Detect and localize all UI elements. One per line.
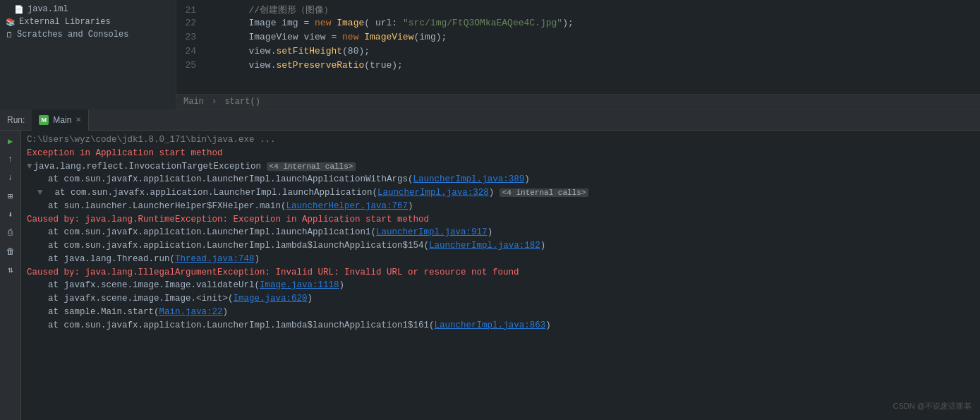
line-content: Image img = new Image( url: "src/img/FtQ…: [205, 18, 980, 28]
console-line-invocation: ▼java.lang.reflect.InvocationTargetExcep…: [27, 160, 974, 174]
sidebar-item-java-iml[interactable]: 📄 java.iml: [0, 3, 176, 16]
sidebar: 📄 java.iml 📚 External Libraries 🗒 Scratc…: [0, 0, 176, 109]
run-panel: Run: M Main ✕ ▶ ↑ ↓ ⊞ ⬇ ⎙ 🗑 ⇅ C:\Users\w…: [0, 109, 980, 420]
console-line-image-init: at javafx.scene.image.Image.<init>(Image…: [27, 292, 974, 306]
console-line-lambda161: at com.sun.javafx.application.LauncherIm…: [27, 319, 974, 332]
file-icon: 📄: [14, 5, 24, 14]
link-thread-748[interactable]: Thread.java:748: [175, 254, 255, 264]
link-launcherhelper-767[interactable]: LauncherHelper.java:767: [286, 201, 409, 211]
scroll-up-button[interactable]: ↑: [3, 152, 18, 167]
code-line-21: 21 //创建图形（图像）: [176, 3, 980, 17]
code-editor: 21 //创建图形（图像） 22 Image img = new Image( …: [176, 0, 980, 109]
line-number: 21: [176, 5, 205, 16]
code-line-25: 25 view.setPreserveRatio(true);: [176, 59, 980, 73]
run-tab-icon: M: [39, 115, 49, 125]
close-icon[interactable]: ✕: [75, 116, 81, 124]
console-line-launchapp: at com.sun.javafx.application.LauncherIm…: [27, 173, 974, 186]
link-launcherimpl-389[interactable]: LauncherImpl.java:389: [413, 174, 525, 184]
line-number: 25: [176, 60, 205, 71]
breadcrumb-sep: ›: [212, 97, 222, 107]
breadcrumb-method: start(): [224, 97, 260, 107]
line-content: view.setPreserveRatio(true);: [205, 60, 980, 71]
scratches-icon: 🗒: [6, 30, 13, 40]
sidebar-item-external-libraries[interactable]: 📚 External Libraries: [0, 16, 176, 28]
run-button[interactable]: ▶: [3, 133, 18, 149]
console-line-exception: Exception in Application start method: [27, 147, 974, 160]
line-number: 24: [176, 46, 205, 56]
code-line-22: 22 Image img = new Image( url: "src/img/…: [176, 17, 980, 31]
code-line-23: 23 ImageView view = new ImageView(img);: [176, 31, 980, 45]
console-line-validateurl: at javafx.scene.image.Image.validateUrl(…: [27, 279, 974, 292]
console-line-caused1: Caused by: java.lang.RuntimeException: E…: [27, 213, 974, 227]
sidebar-item-scratches[interactable]: 🗒 Scratches and Consoles: [0, 28, 176, 41]
run-header: Run: M Main ✕: [0, 109, 980, 131]
link-launcherimpl-328[interactable]: LauncherImpl.java:328: [377, 188, 489, 198]
line-number: 22: [176, 18, 205, 28]
console-line-launch: ▼ at com.sun.javafx.application.Launcher…: [27, 186, 974, 200]
console-line-main-start: at sample.Main.start(Main.java:22): [27, 306, 974, 319]
run-console: C:\Users\wyz\code\jdk1.8.0_171\bin\java.…: [21, 131, 980, 420]
console-line-caused2: Caused by: java.lang.IllegalArgumentExce…: [27, 266, 974, 280]
console-line: C:\Users\wyz\code\jdk1.8.0_171\bin\java.…: [27, 133, 974, 147]
line-content: //创建图形（图像）: [205, 4, 980, 16]
library-icon: 📚: [6, 18, 16, 27]
code-lines: 21 //创建图形（图像） 22 Image img = new Image( …: [176, 0, 980, 94]
run-toolbar: ▶ ↑ ↓ ⊞ ⬇ ⎙ 🗑 ⇅: [0, 131, 21, 420]
line-content: view.setFitHeight(80);: [205, 46, 980, 56]
run-tab-label: Main: [53, 115, 71, 125]
run-tab-main[interactable]: M Main ✕: [32, 109, 89, 131]
scroll-down-button[interactable]: ↓: [3, 170, 18, 186]
expand-icon-2[interactable]: ▼: [37, 188, 43, 198]
console-line-lambda: at com.sun.javafx.application.LauncherIm…: [27, 239, 974, 253]
print-button[interactable]: ⎙: [3, 225, 18, 241]
link-launcherimpl-182[interactable]: LauncherImpl.java:182: [429, 241, 540, 251]
line-content: ImageView view = new ImageView(img);: [205, 32, 980, 42]
run-label: Run:: [0, 115, 32, 125]
link-launcherimpl-917[interactable]: LauncherImpl.java:917: [376, 227, 488, 237]
run-body: ▶ ↑ ↓ ⊞ ⬇ ⎙ 🗑 ⇅ C:\Users\wyz\code\jdk1.8…: [0, 131, 980, 420]
breadcrumb: Main › start(): [176, 94, 980, 109]
link-launcherimpl-863[interactable]: LauncherImpl.java:863: [435, 320, 546, 330]
clear-button[interactable]: 🗑: [3, 244, 18, 259]
watermark: CSDN @不说废话斯基: [893, 401, 972, 412]
console-line-fxhelper: at sun.launcher.LauncherHelper$FXHelper.…: [27, 200, 974, 213]
link-image-1118[interactable]: Image.java:1118: [260, 280, 339, 290]
top-area: 📄 java.iml 📚 External Libraries 🗒 Scratc…: [0, 0, 980, 109]
breadcrumb-file: Main: [183, 97, 204, 107]
line-number: 23: [176, 32, 205, 42]
expand-button[interactable]: ⇅: [3, 262, 18, 277]
code-line-24: 24 view.setFitHeight(80);: [176, 45, 980, 59]
console-line-launchapp1: at com.sun.javafx.application.LauncherIm…: [27, 226, 974, 239]
import-button[interactable]: ⬇: [3, 207, 18, 222]
internal-calls-badge: <4 internal calls>: [267, 162, 356, 171]
link-main-22[interactable]: Main.java:22: [159, 307, 223, 317]
console-line-thread: at java.lang.Thread.run(Thread.java:748): [27, 253, 974, 266]
layout-button[interactable]: ⊞: [3, 188, 18, 204]
link-image-620[interactable]: Image.java:620: [234, 294, 308, 304]
expand-icon[interactable]: ▼: [27, 162, 32, 172]
internal-calls-badge-2: <4 internal calls>: [500, 188, 589, 197]
